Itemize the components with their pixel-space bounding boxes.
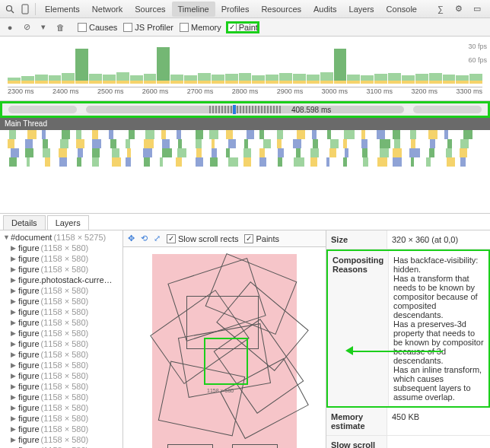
scrub-track[interactable]: [86, 106, 404, 113]
tree-row[interactable]: ▶figure (1158 × 580): [0, 370, 123, 381]
overview-bars: [8, 47, 482, 84]
toolbar-right: ∑ ⚙ ▭: [434, 2, 487, 16]
prop-memory: Memory estimate 450 KB: [326, 408, 490, 436]
checkbox-memory[interactable]: Memory: [180, 23, 221, 32]
causes-label: Causes: [89, 23, 117, 32]
tree-row[interactable]: ▶figure (1158 × 580): [0, 392, 123, 402]
detail-subtabs: Details Layers: [0, 214, 490, 230]
checkbox-paints[interactable]: Paints: [244, 234, 279, 243]
layer-viewport: 1158 × 580: [152, 254, 297, 449]
tab-resources[interactable]: Resources: [255, 2, 307, 17]
tab-layers[interactable]: Layers: [343, 2, 380, 17]
tree-row[interactable]: ▶figure (1158 × 580): [0, 338, 123, 349]
tab-network[interactable]: Network: [86, 2, 129, 17]
prop-slow-key: Slow scroll regions: [326, 436, 387, 448]
tree-row[interactable]: ▶figure (1158 × 580): [0, 328, 123, 338]
flame-chart[interactable]: [0, 130, 490, 214]
filter-icon[interactable]: ▾: [38, 22, 49, 33]
dock-icon[interactable]: ▭: [470, 2, 484, 16]
canvas-toolbar: ✥ ⟲ ⤢ Slow scroll rects Paints: [123, 230, 326, 247]
subtab-layers[interactable]: Layers: [47, 215, 89, 230]
gear-icon[interactable]: ⚙: [452, 2, 466, 16]
js-profiler-label: JS Profiler: [135, 23, 173, 32]
tab-console[interactable]: Console: [380, 2, 423, 17]
checkbox-js-profiler[interactable]: JS Profiler: [123, 23, 173, 32]
tab-profiles[interactable]: Profiles: [215, 2, 256, 17]
checkbox-causes[interactable]: Causes: [78, 23, 117, 32]
svg-line-1: [11, 11, 14, 13]
prop-reasons-key: Compositing Reasons: [328, 251, 389, 406]
tree-row[interactable]: ▶figure (1158 × 580): [0, 307, 123, 317]
tree-row[interactable]: ▶figure (1158 × 580): [0, 253, 123, 264]
prop-size-key: Size: [326, 230, 387, 249]
tree-row[interactable]: ▶figure (1158 × 580): [0, 360, 123, 370]
paints-label: Paints: [256, 234, 279, 243]
pan-icon[interactable]: ✥: [128, 234, 135, 243]
prop-slow-val: [387, 436, 490, 448]
record-icon[interactable]: ●: [5, 22, 15, 33]
slow-scroll-label: Slow scroll rects: [178, 234, 238, 243]
rotate-icon[interactable]: ⟲: [141, 234, 148, 243]
time-axis: 2300 ms2400 ms2500 ms2600 ms2700 ms2800 …: [8, 87, 482, 99]
clear-icon[interactable]: ⊘: [21, 22, 32, 33]
tree-row[interactable]: ▶figure (1158 × 580): [0, 402, 123, 413]
tree-row[interactable]: ▶figure.photostack-curre…: [0, 275, 123, 285]
tree-row[interactable]: ▶figure (1158 × 580): [0, 424, 123, 434]
prop-memory-key: Memory estimate: [326, 408, 387, 435]
tree-row[interactable]: ▼#document (1158 × 5275): [0, 232, 123, 243]
timeline-subbar: ● ⊘ ▾ 🗑 Causes JS Profiler Memory Paint: [0, 18, 490, 37]
scrub-left[interactable]: [8, 106, 77, 113]
prop-reasons-val: Has backface-visibility: hidden. Has a t…: [389, 251, 488, 406]
tab-elements[interactable]: Elements: [39, 2, 86, 17]
tree-row[interactable]: ▶figure (1158 × 580): [0, 381, 123, 392]
drawer-icon[interactable]: ∑: [434, 2, 447, 16]
separator: [35, 3, 36, 15]
timeline-overview[interactable]: 30 fps 60 fps 2300 ms2400 ms2500 ms2600 …: [0, 37, 490, 101]
scrub-right[interactable]: [413, 106, 482, 113]
reset-icon[interactable]: ⤢: [154, 234, 161, 243]
svg-rect-2: [22, 5, 28, 14]
svg-point-0: [7, 5, 12, 11]
layer-properties: Size 320 × 360 (at 0,0) Compositing Reas…: [326, 230, 490, 448]
tab-sources[interactable]: Sources: [129, 2, 171, 17]
highlight-arrow: [352, 351, 443, 352]
tree-row[interactable]: ▶figure (1158 × 580): [0, 243, 123, 253]
paint-label: Paint: [239, 23, 258, 32]
tree-row[interactable]: ▶figure (1158 × 580): [0, 434, 123, 445]
main-thread-header: Main Thread: [0, 118, 490, 130]
tab-timeline[interactable]: Timeline: [172, 2, 215, 17]
prop-size: Size 320 × 360 (at 0,0): [326, 230, 490, 249]
scrub-time: 408.598 ms: [291, 106, 331, 114]
prop-memory-val: 450 KB: [387, 408, 490, 435]
subtab-details[interactable]: Details: [3, 215, 46, 230]
prop-size-val: 320 × 360 (at 0,0): [387, 230, 490, 249]
tree-row[interactable]: ▶figure (1158 × 580): [0, 413, 123, 424]
tree-row[interactable]: ▶figure (1158 × 580): [0, 296, 123, 307]
search-icon[interactable]: [3, 2, 17, 16]
gc-icon[interactable]: 🗑: [55, 22, 65, 33]
checkbox-slow-scroll[interactable]: Slow scroll rects: [167, 234, 238, 243]
devtools-toolbar: Elements Network Sources Timeline Profil…: [0, 0, 490, 18]
prop-slow-scroll: Slow scroll regions: [326, 436, 490, 448]
tree-row[interactable]: ▶figure (1158 × 580): [0, 264, 123, 275]
layers-pane: ▼#document (1158 × 5275)▶figure (1158 × …: [0, 230, 490, 448]
checkbox-paint[interactable]: Paint: [228, 23, 258, 32]
canvas-view[interactable]: 1158 × 580: [123, 247, 326, 448]
panel-tabs: Elements Network Sources Timeline Profil…: [39, 0, 423, 18]
highlight-arrow-head: [345, 346, 353, 355]
tree-row[interactable]: ▶figure (1158 × 580): [0, 285, 123, 296]
frame-scrubber[interactable]: 408.598 ms: [0, 101, 490, 118]
tree-row[interactable]: ▶figure (1158 × 580): [0, 349, 123, 360]
tree-row[interactable]: ▶figure (1158 × 580): [0, 317, 123, 328]
device-icon[interactable]: [18, 2, 32, 16]
layer-tree[interactable]: ▼#document (1158 × 5275)▶figure (1158 × …: [0, 230, 123, 448]
tree-row[interactable]: ▶figure (1158 × 580): [0, 445, 123, 448]
memory-label: Memory: [191, 23, 221, 32]
prop-compositing-reasons: Compositing Reasons Has backface-visibil…: [326, 249, 490, 408]
tab-audits[interactable]: Audits: [307, 2, 343, 17]
layer-canvas[interactable]: ✥ ⟲ ⤢ Slow scroll rects Paints 1158 × 58…: [123, 230, 326, 448]
